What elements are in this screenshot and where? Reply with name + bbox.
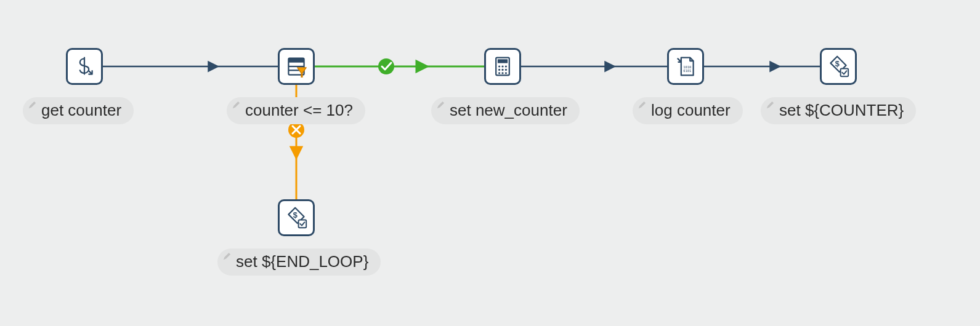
dollar-tag-check-icon: $ — [285, 207, 307, 229]
edit-icon — [766, 101, 774, 109]
svg-text:1010: 1010 — [683, 65, 691, 69]
svg-point-6 — [498, 65, 500, 67]
svg-point-11 — [505, 69, 507, 71]
log-file-icon: 1010 0101 — [674, 55, 697, 78]
node-label-text: get counter — [41, 101, 121, 119]
svg-point-7 — [501, 65, 503, 67]
node-label-text: log counter — [651, 101, 731, 119]
svg-text:$: $ — [835, 60, 840, 68]
diagram-canvas[interactable]: get counter counter <= 10? set new_count… — [0, 0, 980, 326]
label-log-counter[interactable]: log counter — [633, 97, 743, 124]
filter-rows-icon — [285, 55, 307, 78]
x-icon — [293, 126, 300, 133]
node-set-counter[interactable]: $ — [820, 48, 857, 85]
edit-icon — [232, 101, 240, 109]
badge-true-bg — [378, 58, 394, 74]
label-set-new-counter[interactable]: set new_counter — [431, 97, 580, 124]
node-label-text: set ${END_LOOP} — [236, 252, 368, 271]
svg-point-13 — [501, 72, 503, 74]
edit-icon — [222, 252, 231, 261]
node-label-text: counter <= 10? — [245, 101, 353, 119]
label-condition[interactable]: counter <= 10? — [227, 97, 365, 124]
node-label-text: set new_counter — [450, 101, 567, 119]
svg-rect-5 — [498, 59, 508, 63]
svg-text:0101: 0101 — [683, 69, 691, 73]
label-get-counter[interactable]: get counter — [23, 97, 134, 124]
svg-point-12 — [498, 72, 500, 74]
svg-point-9 — [498, 69, 500, 71]
node-label-text: set ${COUNTER} — [779, 101, 904, 119]
svg-point-10 — [501, 69, 503, 71]
edit-icon — [638, 101, 646, 109]
node-log-counter[interactable]: 1010 0101 — [667, 48, 704, 85]
label-set-counter[interactable]: set ${COUNTER} — [761, 97, 916, 124]
node-condition[interactable] — [278, 48, 315, 85]
svg-point-8 — [505, 65, 507, 67]
node-get-counter[interactable] — [66, 48, 103, 85]
label-set-end-loop[interactable]: set ${END_LOOP} — [217, 248, 381, 276]
svg-text:$: $ — [293, 211, 298, 220]
dollar-arrow-icon — [73, 55, 95, 78]
svg-point-14 — [505, 72, 507, 74]
calculator-icon — [492, 55, 514, 78]
edit-icon — [28, 101, 36, 109]
dollar-tag-check-icon: $ — [827, 55, 849, 78]
node-set-new-counter[interactable] — [484, 48, 521, 85]
edit-icon — [436, 101, 445, 109]
check-icon — [382, 63, 391, 70]
node-set-end-loop[interactable]: $ — [278, 199, 315, 236]
svg-rect-1 — [288, 58, 304, 63]
